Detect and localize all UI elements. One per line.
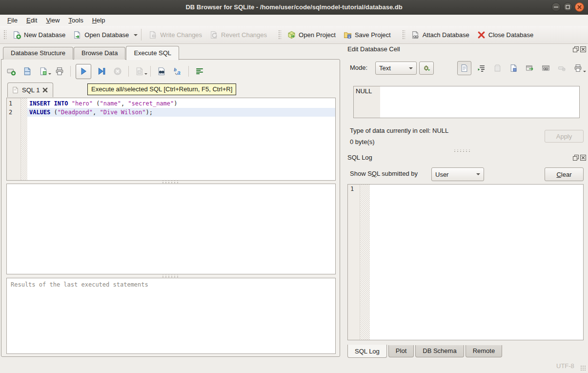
splitter-handle[interactable] <box>162 275 180 277</box>
attach-database-button[interactable]: Attach Database <box>407 28 473 41</box>
save-project-button[interactable]: Save Project <box>340 28 395 41</box>
menubar: File Edit View Tools Help <box>0 15 588 26</box>
toolbar-drag-handle[interactable] <box>278 29 281 40</box>
sql-toolbar: ba <box>5 63 205 80</box>
close-tab-icon[interactable] <box>42 87 48 93</box>
close-dock-icon[interactable] <box>580 155 586 161</box>
export-cell-icon[interactable] <box>524 62 536 74</box>
cell-edit-area[interactable] <box>380 86 579 118</box>
cell-editor[interactable]: NULL <box>353 86 580 118</box>
sql-log-view[interactable]: 1 <box>347 184 584 340</box>
revert-changes-button: Revert Changes <box>206 28 271 41</box>
find-replace-icon[interactable]: ba <box>172 65 183 77</box>
save-as-icon[interactable] <box>507 62 520 74</box>
sql-toolbar-separator <box>70 66 71 77</box>
log-filter-select[interactable]: User <box>431 167 484 181</box>
menu-help[interactable]: Help <box>88 16 110 25</box>
cell-value-label: NULL <box>354 86 380 118</box>
mode-value: Text <box>379 64 391 72</box>
results-grid-pane[interactable] <box>6 184 336 274</box>
splitter-handle[interactable] <box>162 181 180 183</box>
print-cell-icon[interactable] <box>572 62 584 74</box>
sql-log-dock-icons <box>573 155 586 161</box>
text-document-icon <box>460 64 468 72</box>
chevron-down-icon <box>409 67 413 71</box>
chevron-down-icon <box>476 173 480 177</box>
right-dock: Edit Database Cell Mode: Text <box>345 44 588 361</box>
dock-splitter-handle[interactable] <box>453 149 472 152</box>
resize-grip[interactable] <box>580 365 587 372</box>
write-changes-button: Write Changes <box>145 28 206 41</box>
sql-document-tab[interactable]: SQL 1 <box>7 83 53 97</box>
link-icon[interactable] <box>540 62 552 74</box>
format-sql-icon[interactable] <box>194 65 205 77</box>
main-toolbar: New Database Open Database Write Changes… <box>0 26 588 44</box>
menu-view[interactable]: View <box>41 16 64 25</box>
toolbar-drag-handle[interactable] <box>3 29 6 40</box>
save-sql-file-icon[interactable] <box>38 65 49 77</box>
menu-file[interactable]: File <box>3 16 22 25</box>
tab-database-structure[interactable]: Database Structure <box>3 47 73 60</box>
clear-log-button[interactable]: Clear <box>545 167 584 181</box>
save-dropdown-icon[interactable] <box>48 73 51 76</box>
gear-auto-icon <box>423 64 431 72</box>
float-dock-icon[interactable] <box>573 46 579 52</box>
find-icon[interactable] <box>156 65 167 77</box>
open-database-icon <box>73 31 81 39</box>
tab-browse-data[interactable]: Browse Data <box>74 47 125 60</box>
close-dock-icon[interactable] <box>580 46 586 52</box>
tab-sql-log[interactable]: SQL Log <box>347 345 387 358</box>
mode-select[interactable]: Text <box>375 62 417 75</box>
sql-editor[interactable]: 1 2 INSERT INTO "hero" ("name", "secret_… <box>6 98 336 181</box>
tab-db-schema[interactable]: DB Schema <box>415 345 464 357</box>
results-message-pane[interactable]: Results of the last executed statements <box>6 278 336 354</box>
mode-label: Mode: <box>350 64 367 71</box>
sql-tab-label: SQL 1 <box>22 86 40 94</box>
open-database-dropdown-icon[interactable] <box>134 34 138 38</box>
new-database-button[interactable]: New Database <box>9 28 69 41</box>
log-filter-value: User <box>435 171 448 178</box>
sql-toolbar-separator <box>128 66 129 77</box>
sql-file-icon <box>12 86 19 94</box>
edit-cell-dock-icons <box>573 46 586 52</box>
float-dock-icon[interactable] <box>573 155 579 161</box>
print-icon[interactable] <box>54 65 65 77</box>
open-sql-file-icon[interactable] <box>21 65 33 77</box>
minimize-icon[interactable] <box>551 2 561 12</box>
fold-margin <box>21 98 27 180</box>
stop-icon <box>112 65 123 77</box>
auto-switch-mode-button[interactable] <box>419 62 434 75</box>
execute-all-button[interactable] <box>76 64 91 79</box>
line-number-gutter: 1 2 <box>7 98 21 180</box>
text-mode-toggle[interactable] <box>457 61 471 75</box>
log-fold-margin <box>360 185 370 340</box>
execute-all-icon <box>79 67 88 76</box>
log-line-number: 1 <box>348 185 360 340</box>
open-database-button[interactable]: Open Database <box>69 28 133 41</box>
menu-edit[interactable]: Edit <box>22 16 41 25</box>
window-controls <box>551 2 584 12</box>
line-number: 1 <box>9 99 20 108</box>
tab-remote[interactable]: Remote <box>466 345 503 357</box>
new-tab-icon[interactable] <box>5 65 17 77</box>
svg-text:b: b <box>174 67 177 72</box>
execute-line-icon[interactable] <box>96 65 107 77</box>
open-project-button[interactable]: Open Project <box>284 28 340 41</box>
menu-tools[interactable]: Tools <box>64 16 87 25</box>
close-database-button[interactable]: Close Database <box>473 28 538 41</box>
close-database-icon <box>477 31 486 39</box>
toolbar-drag-handle[interactable] <box>402 29 405 40</box>
tab-execute-sql[interactable]: Execute SQL <box>126 46 179 60</box>
sql-document-tabbar: SQL 1 <box>7 83 53 97</box>
close-icon[interactable] <box>575 2 584 12</box>
word-wrap-icon[interactable] <box>475 62 487 74</box>
attach-database-icon <box>411 31 420 39</box>
sql-line-1: INSERT INTO "hero" ("name", "secret_name… <box>27 99 335 108</box>
maximize-icon[interactable] <box>563 2 572 12</box>
cell-type-info: Type of data currently in cell: NULL <box>350 127 448 134</box>
tab-plot[interactable]: Plot <box>388 345 414 357</box>
export-dropdown-icon <box>144 73 147 76</box>
code-area[interactable]: INSERT INTO "hero" ("name", "secret_name… <box>27 98 335 180</box>
results-placeholder: Results of the last executed statements <box>11 281 148 288</box>
sql-log-title: SQL Log <box>347 154 372 161</box>
